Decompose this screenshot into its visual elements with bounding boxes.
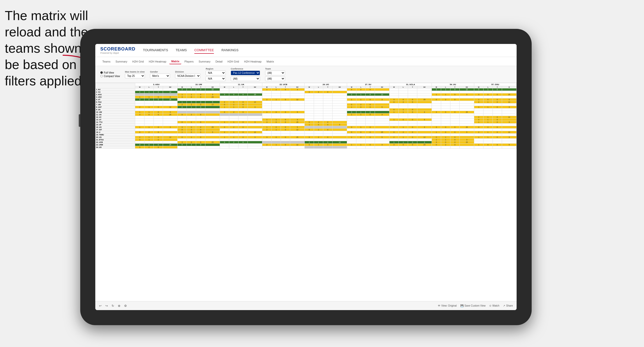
matrix-cell	[323, 119, 333, 121]
matrix-cell	[314, 103, 323, 106]
division-select[interactable]: NCAA Division I	[175, 74, 201, 78]
compact-view-radio[interactable]: Compact View	[100, 75, 120, 78]
max-teams-select[interactable]: Top 25	[125, 74, 145, 78]
matrix-cell	[493, 96, 502, 98]
team-sub-select[interactable]: (All)	[265, 76, 285, 81]
matrix-cell	[450, 124, 459, 126]
matrix-cell	[441, 116, 450, 119]
matrix-cell: 0	[178, 113, 187, 116]
matrix-cell: 1	[389, 141, 399, 144]
redo-button[interactable]: ↪	[105, 304, 108, 308]
matrix-cell	[262, 96, 272, 98]
matrix-cell: 0	[238, 93, 248, 96]
matrix-cell: 0	[135, 146, 144, 149]
matrix-cell	[262, 124, 272, 126]
matrix-cell	[205, 98, 220, 101]
matrix-cell	[135, 93, 144, 96]
matrix-cell	[238, 108, 248, 111]
conference-select[interactable]: Pac-12 Conference	[231, 71, 260, 75]
undo-button[interactable]: ↩	[99, 304, 102, 308]
matrix-cell: 1	[441, 93, 450, 96]
matrix-cell	[238, 88, 248, 91]
matrix-cell: 1	[187, 103, 196, 106]
matrix-cell: 1	[229, 136, 238, 139]
matrix-cell	[389, 146, 399, 149]
matrix-cell: 0	[144, 98, 154, 101]
table-row: 18. U02010052101230025020100521012	[96, 131, 517, 134]
subnav-h2h-heatmap[interactable]: H2H Heatmap	[147, 59, 168, 64]
wlt-t7: T	[408, 86, 417, 88]
row-header: 6. FSU	[96, 101, 135, 103]
subnav-players[interactable]: Players	[182, 59, 196, 64]
settings-button[interactable]: ⚙	[124, 304, 127, 308]
refresh-icon: ↻	[112, 304, 114, 308]
matrix-cell	[262, 103, 272, 106]
region-select[interactable]: N/A	[206, 71, 226, 75]
matrix-cell	[205, 144, 220, 146]
subnav-summary2[interactable]: Summary	[197, 59, 212, 64]
matrix-cell	[502, 139, 516, 141]
row-header: 4. UNC	[96, 96, 135, 98]
matrix-cell: 12	[163, 106, 178, 108]
share-button[interactable]: ↗ Share	[503, 304, 513, 307]
subnav-h2h-grid2[interactable]: H2H Grid	[225, 59, 241, 64]
matrix-cell: 1	[178, 101, 187, 103]
wlt-l2: L	[187, 86, 196, 88]
gender-select[interactable]: Men's	[150, 74, 170, 78]
team-select[interactable]: (All)	[265, 71, 285, 75]
subnav-matrix2[interactable]: Matrix	[265, 59, 276, 64]
subnav-summary[interactable]: Summary	[113, 59, 129, 64]
nav-tournaments[interactable]: TOURNAMENTS	[143, 47, 168, 54]
matrix-cell	[483, 146, 493, 149]
subnav-h2h-grid[interactable]: H2H Grid	[130, 59, 146, 64]
matrix-cell: 1	[144, 96, 154, 98]
matrix-cell	[178, 134, 187, 136]
matrix-cell	[502, 124, 516, 126]
matrix-cell	[375, 139, 389, 141]
matrix-cell: 0	[408, 126, 417, 129]
refresh-button[interactable]: ↻	[112, 304, 114, 308]
nav-rankings[interactable]: RANKINGS	[221, 47, 238, 54]
matrix-cell	[272, 116, 281, 119]
matrix-cell	[154, 101, 163, 103]
matrix-cell	[347, 121, 356, 124]
subnav-detail[interactable]: Detail	[213, 59, 224, 64]
subnav-h2h-heatmap2[interactable]: H2H Heatmap	[242, 59, 264, 64]
subnav-teams[interactable]: Teams	[100, 59, 112, 64]
matrix-cell	[305, 146, 314, 149]
matrix-cell	[144, 103, 154, 106]
matrix-cell	[281, 116, 290, 119]
matrix-cell	[323, 146, 333, 149]
matrix-cell	[375, 96, 389, 98]
full-view-radio[interactable]: Full View	[100, 71, 120, 74]
matrix-cell	[220, 98, 229, 101]
matrix-content[interactable]: 3. ASU 10. UW 11. UA 22. UCB 24. UO 27. …	[95, 83, 517, 301]
matrix-cell: 1	[220, 106, 229, 108]
matrix-cell	[229, 108, 238, 111]
region-sub-select[interactable]: N/A	[206, 76, 226, 81]
matrix-cell	[408, 121, 417, 124]
watch-button[interactable]: ⊙ Watch	[489, 304, 499, 307]
matrix-cell: 5	[333, 124, 347, 126]
nav-teams[interactable]: TEAMS	[176, 47, 187, 54]
matrix-cell	[290, 113, 305, 116]
matrix-cell: 2	[262, 144, 272, 146]
nav-committee[interactable]: COMMITTEE	[194, 47, 214, 54]
matrix-cell	[389, 88, 399, 91]
save-custom-button[interactable]: 💾 Save Custom View	[460, 304, 486, 307]
matrix-cell: 0	[196, 126, 205, 129]
matrix-cell: 0	[483, 144, 493, 146]
wlt-t8: T	[450, 86, 459, 88]
subnav-matrix[interactable]: Matrix	[169, 59, 181, 64]
zoom-button[interactable]: ⊕	[118, 304, 120, 308]
matrix-cell	[398, 96, 408, 98]
conference-sub-select[interactable]: (All)	[231, 76, 260, 81]
matrix-cell	[483, 103, 493, 106]
matrix-cell	[493, 111, 502, 113]
matrix-cell: 3	[459, 139, 474, 141]
view-original-button[interactable]: 👁 View: Original	[438, 304, 457, 307]
matrix-cell	[272, 124, 281, 126]
matrix-cell	[347, 108, 356, 111]
matrix-cell	[135, 124, 144, 126]
matrix-cell	[144, 101, 154, 103]
